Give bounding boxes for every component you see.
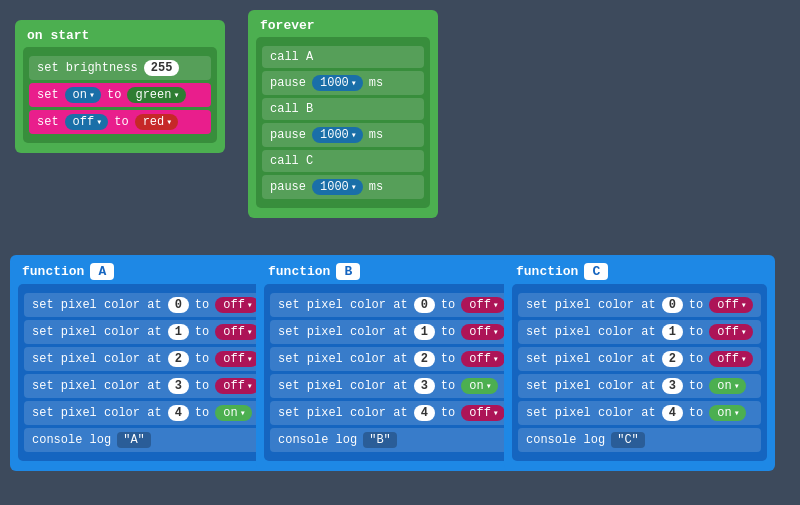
on-start-label: on start	[27, 28, 89, 43]
forever-label: forever	[260, 18, 315, 33]
function-a-block: function A set pixel color at 0 to off s…	[10, 255, 281, 471]
fn-b-console-row: console log "B"	[270, 428, 513, 452]
fn-c-row-1: set pixel color at 1 to off	[518, 320, 761, 344]
function-b-block: function B set pixel color at 0 to off s…	[256, 255, 527, 471]
pause1-row: pause 1000 ms	[262, 71, 424, 95]
fn-b-row-3: set pixel color at 3 to on	[270, 374, 513, 398]
pixel-label-b4: set pixel color at	[278, 406, 408, 420]
call-b-row: call B	[262, 98, 424, 120]
function-b-name: B	[336, 263, 360, 280]
fn-b-row-0: set pixel color at 0 to off	[270, 293, 513, 317]
function-c-label: function	[516, 264, 578, 279]
function-b-header: function B	[264, 261, 519, 284]
call-c-label: call C	[270, 154, 313, 168]
pixel-a3-dropdown[interactable]: off	[215, 378, 259, 394]
pixel-b4-dropdown[interactable]: off	[461, 405, 505, 421]
pixel-label-a3: set pixel color at	[32, 379, 162, 393]
console-b-label: console log	[278, 433, 357, 447]
fn-a-row-4: set pixel color at 4 to on	[24, 401, 267, 425]
pixel-c3-dropdown[interactable]: on	[709, 378, 745, 394]
pause2-label: pause	[270, 128, 306, 142]
on-start-block: on start set brightness 255 set on to gr…	[15, 20, 225, 153]
set-on-row: set on to green	[29, 83, 211, 107]
state-off-dropdown[interactable]: off	[65, 114, 109, 130]
to-label-2: to	[114, 115, 128, 129]
pixel-label-b0: set pixel color at	[278, 298, 408, 312]
pixel-label-a0: set pixel color at	[32, 298, 162, 312]
function-c-block: function C set pixel color at 0 to off s…	[504, 255, 775, 471]
fn-b-row-2: set pixel color at 2 to off	[270, 347, 513, 371]
fn-a-console-row: console log "A"	[24, 428, 267, 452]
fn-c-row-0: set pixel color at 0 to off	[518, 293, 761, 317]
pixel-b1-dropdown[interactable]: off	[461, 324, 505, 340]
fn-c-console-row: console log "C"	[518, 428, 761, 452]
pixel-a1-dropdown[interactable]: off	[215, 324, 259, 340]
forever-header: forever	[256, 16, 430, 37]
pixel-c2-dropdown[interactable]: off	[709, 351, 753, 367]
pause1-label: pause	[270, 76, 306, 90]
fn-a-row-0: set pixel color at 0 to off	[24, 293, 267, 317]
function-b-label: function	[268, 264, 330, 279]
fn-c-row-3: set pixel color at 3 to on	[518, 374, 761, 398]
fn-a-row-2: set pixel color at 2 to off	[24, 347, 267, 371]
pixel-c0-dropdown[interactable]: off	[709, 297, 753, 313]
function-c-header: function C	[512, 261, 767, 284]
workspace: on start set brightness 255 set on to gr…	[0, 0, 800, 505]
function-c-name: C	[584, 263, 608, 280]
pixel-b2-dropdown[interactable]: off	[461, 351, 505, 367]
pause1-dropdown[interactable]: 1000	[312, 75, 363, 91]
state-on-dropdown[interactable]: on	[65, 87, 101, 103]
pixel-b3-dropdown[interactable]: on	[461, 378, 497, 394]
function-a-header: function A	[18, 261, 273, 284]
pause2-dropdown[interactable]: 1000	[312, 127, 363, 143]
pixel-label-b1: set pixel color at	[278, 325, 408, 339]
call-c-row: call C	[262, 150, 424, 172]
forever-block: forever call A pause 1000 ms call B paus…	[248, 10, 438, 218]
fn-b-row-1: set pixel color at 1 to off	[270, 320, 513, 344]
pixel-label-b3: set pixel color at	[278, 379, 408, 393]
pixel-label-b2: set pixel color at	[278, 352, 408, 366]
pixel-label-c1: set pixel color at	[526, 325, 656, 339]
pause3-unit: ms	[369, 180, 383, 194]
pause2-row: pause 1000 ms	[262, 123, 424, 147]
pixel-a4-dropdown[interactable]: on	[215, 405, 251, 421]
pause3-row: pause 1000 ms	[262, 175, 424, 199]
call-a-label: call A	[270, 50, 313, 64]
function-a-name: A	[90, 263, 114, 280]
brightness-row: set brightness 255	[29, 56, 211, 80]
pixel-label-a1: set pixel color at	[32, 325, 162, 339]
pause3-dropdown[interactable]: 1000	[312, 179, 363, 195]
to-label-1: to	[107, 88, 121, 102]
pixel-a2-dropdown[interactable]: off	[215, 351, 259, 367]
color-green-dropdown[interactable]: green	[127, 87, 185, 103]
function-a-label: function	[22, 264, 84, 279]
brightness-label: set brightness	[37, 61, 138, 75]
pause1-unit: ms	[369, 76, 383, 90]
brightness-value: 255	[144, 60, 180, 76]
console-b-value: "B"	[363, 432, 397, 448]
pixel-c4-dropdown[interactable]: on	[709, 405, 745, 421]
console-a-label: console log	[32, 433, 111, 447]
fn-a-row-1: set pixel color at 1 to off	[24, 320, 267, 344]
fn-c-row-4: set pixel color at 4 to on	[518, 401, 761, 425]
console-c-label: console log	[526, 433, 605, 447]
set-off-row: set off to red	[29, 110, 211, 134]
set-label-1: set	[37, 88, 59, 102]
pixel-label-c4: set pixel color at	[526, 406, 656, 420]
pixel-label-c3: set pixel color at	[526, 379, 656, 393]
pixel-b0-dropdown[interactable]: off	[461, 297, 505, 313]
fn-a-row-3: set pixel color at 3 to off	[24, 374, 267, 398]
pixel-a0-dropdown[interactable]: off	[215, 297, 259, 313]
on-start-header: on start	[23, 26, 217, 47]
call-a-row: call A	[262, 46, 424, 68]
pause3-label: pause	[270, 180, 306, 194]
pixel-c1-dropdown[interactable]: off	[709, 324, 753, 340]
pause2-unit: ms	[369, 128, 383, 142]
pixel-label-c2: set pixel color at	[526, 352, 656, 366]
color-red-dropdown[interactable]: red	[135, 114, 179, 130]
call-b-label: call B	[270, 102, 313, 116]
pixel-label-a4: set pixel color at	[32, 406, 162, 420]
set-label-2: set	[37, 115, 59, 129]
console-a-value: "A"	[117, 432, 151, 448]
console-c-value: "C"	[611, 432, 645, 448]
